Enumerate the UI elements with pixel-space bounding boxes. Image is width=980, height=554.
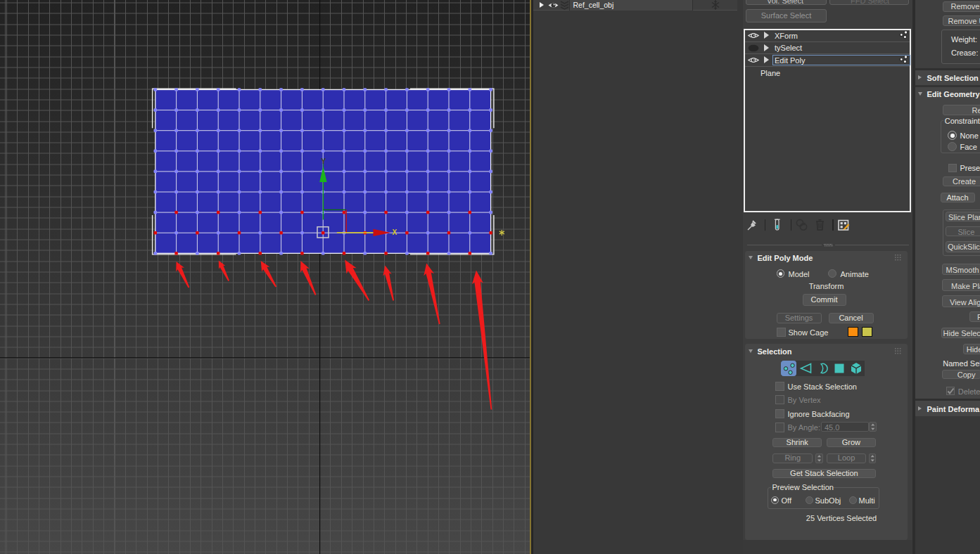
svg-text:Y: Y <box>321 157 326 165</box>
svg-text:X: X <box>393 228 397 236</box>
